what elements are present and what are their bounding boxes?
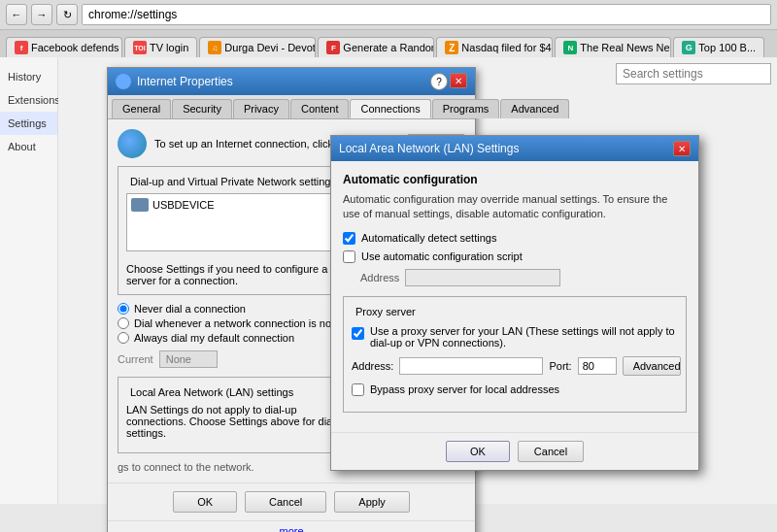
title-bar-left: Internet Properties: [116, 74, 233, 89]
tab-label-durga: Durga Devi - Devotio...: [224, 42, 316, 53]
port-label: Port:: [549, 360, 571, 372]
globe-icon: [118, 129, 147, 158]
radio-whenever-input[interactable]: [118, 317, 129, 329]
lan-dialog-box: Local Area Network (LAN) Settings ✕ Auto…: [330, 135, 699, 471]
lan-cancel-button[interactable]: Cancel: [518, 441, 584, 462]
auto-script-label: Use automatic configuration script: [361, 250, 523, 262]
browser-main: History Extensions Settings About Intern…: [0, 57, 777, 504]
proxy-server-section: Proxy server Use a proxy server for your…: [343, 296, 687, 413]
script-address-field[interactable]: [405, 269, 560, 286]
forward-button[interactable]: →: [31, 4, 52, 25]
vpn-device-label: USBDEVICE: [152, 199, 215, 211]
lan-title-bar-buttons: ✕: [673, 141, 691, 156]
dialog-title: Internet Properties: [137, 75, 233, 88]
lan-dialog-title: Local Area Network (LAN) Settings: [339, 142, 519, 155]
sidebar-item-history[interactable]: History: [0, 65, 57, 88]
proxy-addr-row: Address: Port: Advanced: [352, 356, 678, 376]
tab-top100[interactable]: G Top 100 B...: [673, 37, 764, 57]
tab-general[interactable]: General: [112, 99, 171, 118]
help-button[interactable]: ?: [430, 73, 448, 90]
tab-facebook[interactable]: f Facebook defends m...: [6, 37, 122, 57]
dialog-footer: OK Cancel Apply: [108, 482, 475, 520]
proxy-use-checkbox[interactable]: [352, 327, 364, 340]
content-area: Internet Properties ? ✕ General Security…: [58, 57, 777, 504]
address-bar[interactable]: [82, 4, 771, 25]
search-bar: [610, 57, 777, 90]
back-button[interactable]: ←: [6, 4, 27, 25]
tab-label-tv: TV login: [150, 42, 188, 53]
tab-favicon-facebook: f: [15, 41, 28, 54]
auto-detect-label: Automatically detect settings: [361, 232, 496, 244]
tab-label-realnews: The Real News Netw...: [580, 42, 671, 53]
lan-close-button[interactable]: ✕: [673, 141, 691, 156]
tab-advanced[interactable]: Advanced: [500, 99, 569, 118]
tabs-bar: f Facebook defends m... TOI TV login ♫ D…: [0, 30, 777, 57]
bypass-row: Bypass proxy server for local addresses: [352, 383, 678, 396]
tab-label-facebook: Facebook defends m...: [31, 42, 122, 53]
proxy-use-label: Use a proxy server for your LAN (These s…: [370, 325, 678, 349]
auto-config-title: Automatic configuration: [343, 173, 687, 186]
vpn-group-title: Dial-up and Virtual Private Network sett…: [126, 176, 340, 187]
more-link[interactable]: more: [108, 520, 475, 532]
sidebar-item-settings[interactable]: Settings: [0, 112, 57, 135]
dialog-tabs: General Security Privacy Content Connect…: [108, 95, 475, 119]
lan-group-title: Local Area Network (LAN) settings: [126, 386, 297, 398]
close-button[interactable]: ✕: [450, 73, 467, 88]
auto-script-checkbox[interactable]: [343, 250, 355, 263]
tab-programs[interactable]: Programs: [432, 99, 500, 118]
tab-random[interactable]: F Generate a Random N...: [318, 37, 434, 57]
radio-always-label: Always dial my default connection: [134, 332, 294, 344]
radio-always-input[interactable]: [118, 332, 129, 344]
sidebar-item-about[interactable]: About: [0, 135, 57, 158]
bypass-checkbox[interactable]: [352, 383, 364, 396]
radio-never-label: Never dial a connection: [134, 303, 246, 315]
auto-detect-checkbox[interactable]: [343, 232, 355, 245]
lan-footer: OK Cancel: [331, 432, 698, 470]
auto-detect-row: Automatically detect settings: [343, 232, 687, 245]
vpn-item-usbdevice: USBDEVICE: [131, 198, 364, 212]
radio-never-input[interactable]: [118, 303, 129, 315]
auto-config-desc: Automatic configuration may override man…: [343, 192, 687, 222]
addr-label: Address:: [352, 360, 393, 372]
tab-label-random: Generate a Random N...: [343, 42, 434, 53]
tab-security[interactable]: Security: [172, 99, 232, 118]
cancel-button[interactable]: Cancel: [245, 491, 326, 513]
tab-realnews[interactable]: N The Real News Netw...: [555, 37, 671, 57]
apply-button[interactable]: Apply: [334, 491, 410, 513]
sidebar-item-extensions[interactable]: Extensions: [0, 88, 57, 112]
port-field[interactable]: [578, 357, 617, 375]
title-bar-buttons: ? ✕: [430, 73, 467, 90]
tab-durga[interactable]: ♫ Durga Devi - Devotio...: [199, 37, 316, 57]
choose-text: Choose Settings if you need to configure…: [126, 263, 359, 286]
tab-favicon-durga: ♫: [208, 41, 221, 54]
browser-toolbar: ← → ↻: [0, 0, 777, 30]
lan-body: Automatic configuration Automatic config…: [331, 161, 698, 432]
reload-button[interactable]: ↻: [56, 4, 78, 25]
tab-content[interactable]: Content: [290, 99, 350, 118]
lan-ok-button[interactable]: OK: [446, 441, 510, 462]
bypass-label: Bypass proxy server for local addresses: [370, 383, 559, 395]
browser-chrome: ← → ↻ f Facebook defends m... TOI TV log…: [0, 0, 777, 57]
tab-favicon-realnews: N: [563, 41, 577, 54]
ok-button[interactable]: OK: [173, 491, 237, 513]
tab-nasdaq[interactable]: Z Nasdaq filed for $42...: [436, 37, 553, 57]
advanced-button[interactable]: Advanced: [623, 356, 681, 376]
proxy-section-title: Proxy server: [352, 306, 420, 317]
sidebar: History Extensions Settings About: [0, 57, 58, 504]
lan-settings-dialog: Local Area Network (LAN) Settings ✕ Auto…: [330, 135, 699, 471]
lan-text: LAN Settings do not apply to dial-up con…: [126, 404, 359, 439]
tab-privacy[interactable]: Privacy: [233, 99, 289, 118]
address-label: Address: [360, 272, 399, 283]
search-input[interactable]: [616, 63, 771, 84]
proxy-use-row: Use a proxy server for your LAN (These s…: [352, 325, 678, 349]
current-label: Current: [118, 353, 153, 365]
tab-connections[interactable]: Connections: [350, 99, 430, 118]
vpn-device-icon: [131, 198, 149, 212]
internet-properties-icon: [116, 74, 131, 89]
tab-tv[interactable]: TOI TV login: [124, 37, 197, 57]
tab-label-top100: Top 100 B...: [698, 42, 756, 53]
tab-label-nasdaq: Nasdaq filed for $42...: [461, 42, 553, 53]
script-address-row: Address: [360, 269, 687, 286]
proxy-address-field[interactable]: [399, 357, 543, 375]
dialog-title-bar: Internet Properties ? ✕: [108, 68, 475, 95]
